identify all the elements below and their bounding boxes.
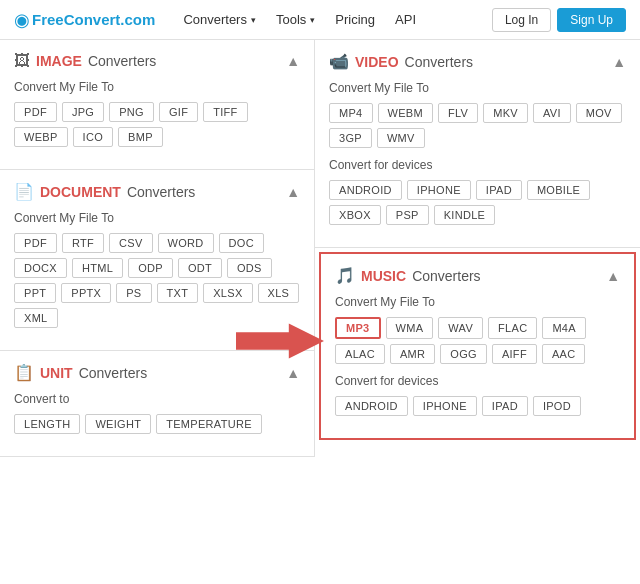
video-convert-label: Convert My File To — [329, 81, 626, 95]
logo-icon: ◉ — [14, 9, 30, 31]
tag-iphone[interactable]: IPHONE — [413, 396, 477, 416]
tag-iphone[interactable]: IPHONE — [407, 180, 471, 200]
unit-section: 📋 UNIT Converters ▲ Convert to LENGTH WE… — [0, 351, 314, 457]
video-section-title: 📹 VIDEO Converters — [329, 52, 473, 71]
nav-pricing[interactable]: Pricing — [327, 8, 383, 31]
tag-jpg[interactable]: JPG — [62, 102, 104, 122]
music-icon: 🎵 — [335, 266, 355, 285]
login-button[interactable]: Log In — [492, 8, 551, 32]
nav-actions: Log In Sign Up — [492, 8, 626, 32]
tag-bmp[interactable]: BMP — [118, 127, 163, 147]
tag-ods[interactable]: ODS — [227, 258, 272, 278]
document-section-title: 📄 DOCUMENT Converters — [14, 182, 195, 201]
tag-pdf[interactable]: PDF — [14, 102, 57, 122]
document-section-header: 📄 DOCUMENT Converters ▲ — [14, 182, 300, 201]
nav-api[interactable]: API — [387, 8, 424, 31]
tag-xml[interactable]: XML — [14, 308, 58, 328]
tag-flac[interactable]: FLAC — [488, 317, 537, 339]
image-collapse-button[interactable]: ▲ — [286, 53, 300, 69]
tag-mobile[interactable]: MOBILE — [527, 180, 590, 200]
tag-wmv[interactable]: WMV — [377, 128, 425, 148]
music-section-title: 🎵 MUSIC Converters — [335, 266, 481, 285]
music-device-tags: ANDROID IPHONE IPAD IPOD — [335, 396, 620, 416]
tag-docx[interactable]: DOCX — [14, 258, 67, 278]
tag-pptx[interactable]: PPTX — [61, 283, 111, 303]
music-collapse-button[interactable]: ▲ — [606, 268, 620, 284]
document-label: Converters — [127, 184, 195, 200]
tag-wav[interactable]: WAV — [438, 317, 483, 339]
tag-ipad[interactable]: IPAD — [476, 180, 522, 200]
tag-kindle[interactable]: KINDLE — [434, 205, 496, 225]
unit-keyword: UNIT — [40, 365, 73, 381]
tag-odt[interactable]: ODT — [178, 258, 222, 278]
signup-button[interactable]: Sign Up — [557, 8, 626, 32]
right-column: 📹 VIDEO Converters ▲ Convert My File To … — [315, 40, 640, 457]
tag-word[interactable]: WORD — [158, 233, 214, 253]
svg-marker-0 — [236, 323, 324, 358]
tag-xbox[interactable]: XBOX — [329, 205, 381, 225]
video-file-tags: MP4 WEBM FLV MKV AVI MOV 3GP WMV — [329, 103, 626, 148]
tag-xlsx[interactable]: XLSX — [203, 283, 252, 303]
tag-flv[interactable]: FLV — [438, 103, 478, 123]
tag-html[interactable]: HTML — [72, 258, 123, 278]
tag-mkv[interactable]: MKV — [483, 103, 528, 123]
main-content: 🖼 IMAGE Converters ▲ Convert My File To … — [0, 40, 640, 457]
tag-xls[interactable]: XLS — [258, 283, 300, 303]
tag-doc[interactable]: DOC — [219, 233, 264, 253]
music-convert-label: Convert My File To — [335, 295, 620, 309]
image-section-header: 🖼 IMAGE Converters ▲ — [14, 52, 300, 70]
tag-webm[interactable]: WEBM — [378, 103, 433, 123]
tag-ogg[interactable]: OGG — [440, 344, 487, 364]
tag-png[interactable]: PNG — [109, 102, 154, 122]
tag-mp4[interactable]: MP4 — [329, 103, 373, 123]
tag-mov[interactable]: MOV — [576, 103, 622, 123]
left-column: 🖼 IMAGE Converters ▲ Convert My File To … — [0, 40, 315, 457]
tag-ppt[interactable]: PPT — [14, 283, 56, 303]
tag-txt[interactable]: TXT — [157, 283, 199, 303]
video-section: 📹 VIDEO Converters ▲ Convert My File To … — [315, 40, 640, 248]
tag-ps[interactable]: PS — [116, 283, 151, 303]
logo-text: FreeConvert.com — [32, 11, 155, 28]
tag-mp3[interactable]: MP3 — [335, 317, 381, 339]
tag-rtf[interactable]: RTF — [62, 233, 104, 253]
unit-collapse-button[interactable]: ▲ — [286, 365, 300, 381]
video-keyword: VIDEO — [355, 54, 399, 70]
tag-ico[interactable]: ICO — [73, 127, 113, 147]
tag-amr[interactable]: AMR — [390, 344, 435, 364]
tag-android[interactable]: ANDROID — [329, 180, 402, 200]
tag-weight[interactable]: WEIGHT — [85, 414, 151, 434]
tag-alac[interactable]: ALAC — [335, 344, 385, 364]
video-collapse-button[interactable]: ▲ — [612, 54, 626, 70]
tag-android[interactable]: ANDROID — [335, 396, 408, 416]
document-icon: 📄 — [14, 182, 34, 201]
unit-label: Converters — [79, 365, 147, 381]
tag-psp[interactable]: PSP — [386, 205, 429, 225]
tag-odp[interactable]: ODP — [128, 258, 173, 278]
nav-tools[interactable]: Tools ▾ — [268, 8, 323, 31]
tag-wma[interactable]: WMA — [386, 317, 434, 339]
tag-avi[interactable]: AVI — [533, 103, 571, 123]
logo-prefix: Free — [32, 11, 64, 28]
tag-tiff[interactable]: TIFF — [203, 102, 247, 122]
tag-ipod[interactable]: IPOD — [533, 396, 581, 416]
unit-convert-label: Convert to — [14, 392, 300, 406]
tag-3gp[interactable]: 3GP — [329, 128, 372, 148]
tag-length[interactable]: LENGTH — [14, 414, 80, 434]
tag-pdf[interactable]: PDF — [14, 233, 57, 253]
red-arrow — [235, 319, 325, 363]
chevron-icon: ▾ — [251, 15, 256, 25]
tag-temperature[interactable]: TEMPERATURE — [156, 414, 262, 434]
tag-gif[interactable]: GIF — [159, 102, 198, 122]
image-keyword: IMAGE — [36, 53, 82, 69]
tag-webp[interactable]: WEBP — [14, 127, 68, 147]
logo[interactable]: ◉ FreeConvert.com — [14, 9, 155, 31]
image-icon: 🖼 — [14, 52, 30, 70]
tag-ipad[interactable]: IPAD — [482, 396, 528, 416]
tag-m4a[interactable]: M4A — [542, 317, 586, 339]
document-collapse-button[interactable]: ▲ — [286, 184, 300, 200]
tag-aac[interactable]: AAC — [542, 344, 586, 364]
nav-converters[interactable]: Converters ▾ — [175, 8, 264, 31]
tag-csv[interactable]: CSV — [109, 233, 153, 253]
video-device-label: Convert for devices — [329, 158, 626, 172]
tag-aiff[interactable]: AIFF — [492, 344, 537, 364]
